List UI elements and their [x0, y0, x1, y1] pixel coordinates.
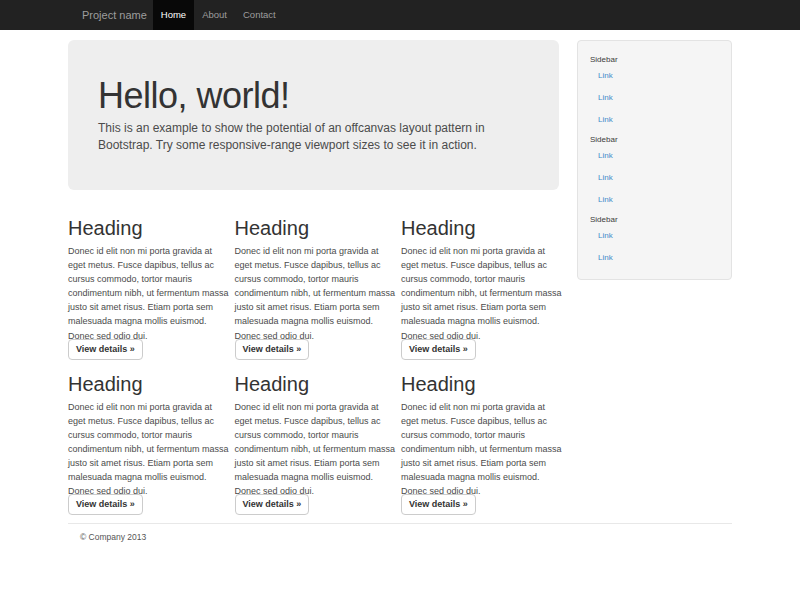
view-details-button[interactable]: View details » [401, 494, 476, 515]
sidebar-link[interactable]: Link [590, 65, 719, 87]
nav-link-about[interactable]: About [194, 0, 235, 30]
sidebar-group-title: Sidebar [590, 55, 719, 65]
jumbotron-description: This is an example to show the potential… [98, 120, 529, 154]
main-column: Hello, world! This is an example to show… [68, 40, 563, 515]
sidebar: Sidebar Link Link Link Sidebar Link Link… [577, 40, 732, 515]
feature-heading: Heading [235, 217, 310, 239]
sidebar-well: Sidebar Link Link Link Sidebar Link Link… [577, 40, 732, 280]
page-container: Hello, world! This is an example to show… [64, 40, 736, 542]
feature-body: Donec id elit non mi porta gravida at eg… [401, 400, 563, 499]
feature-row-2: Heading Donec id elit non mi porta gravi… [68, 360, 563, 516]
nav-item-about: About [194, 0, 235, 30]
feature-row-1: Heading Donec id elit non mi porta gravi… [68, 204, 563, 360]
sidebar-link[interactable]: Link [590, 87, 719, 109]
sidebar-group: Sidebar Link Link [590, 215, 719, 269]
sidebar-link[interactable]: Link [590, 109, 719, 131]
nav-item-home: Home [153, 0, 194, 30]
view-details-button[interactable]: View details » [68, 494, 143, 515]
nav-link-contact[interactable]: Contact [235, 0, 284, 30]
page-title: Hello, world! [98, 76, 529, 116]
feature-card: Heading Donec id elit non mi porta gravi… [401, 204, 563, 360]
jumbotron: Hello, world! This is an example to show… [68, 40, 559, 190]
navbar-container: Project name Home About Contact [64, 0, 736, 30]
footer-copyright: © Company 2013 [80, 532, 732, 542]
sidebar-link[interactable]: Link [590, 225, 719, 247]
navbar: Project name Home About Contact [0, 0, 800, 30]
footer: © Company 2013 [68, 532, 732, 542]
feature-heading: Heading [401, 373, 476, 395]
feature-body: Donec id elit non mi porta gravida at eg… [68, 400, 230, 499]
feature-body: Donec id elit non mi porta gravida at eg… [235, 400, 397, 499]
footer-divider [68, 523, 732, 524]
feature-heading: Heading [68, 217, 143, 239]
sidebar-link[interactable]: Link [590, 167, 719, 189]
feature-card: Heading Donec id elit non mi porta gravi… [235, 204, 397, 360]
sidebar-group: Sidebar Link Link Link [590, 55, 719, 131]
feature-body: Donec id elit non mi porta gravida at eg… [401, 244, 563, 343]
feature-heading: Heading [68, 373, 143, 395]
feature-card: Heading Donec id elit non mi porta gravi… [235, 360, 397, 516]
feature-heading: Heading [235, 373, 310, 395]
nav-item-contact: Contact [235, 0, 284, 30]
navbar-brand[interactable]: Project name [68, 0, 153, 30]
sidebar-group-title: Sidebar [590, 135, 719, 145]
view-details-button[interactable]: View details » [68, 339, 143, 360]
navbar-menu: Home About Contact [153, 0, 284, 30]
view-details-button[interactable]: View details » [401, 339, 476, 360]
feature-body: Donec id elit non mi porta gravida at eg… [235, 244, 397, 343]
view-details-button[interactable]: View details » [235, 339, 310, 360]
feature-body: Donec id elit non mi porta gravida at eg… [68, 244, 230, 343]
feature-card: Heading Donec id elit non mi porta gravi… [401, 360, 563, 516]
feature-card: Heading Donec id elit non mi porta gravi… [68, 360, 230, 516]
nav-link-home[interactable]: Home [153, 0, 194, 30]
sidebar-group: Sidebar Link Link Link [590, 135, 719, 211]
view-details-button[interactable]: View details » [235, 494, 310, 515]
sidebar-link[interactable]: Link [590, 247, 719, 269]
sidebar-group-title: Sidebar [590, 215, 719, 225]
sidebar-link[interactable]: Link [590, 189, 719, 211]
feature-heading: Heading [401, 217, 476, 239]
content-row: Hello, world! This is an example to show… [68, 40, 732, 515]
sidebar-link[interactable]: Link [590, 145, 719, 167]
feature-card: Heading Donec id elit non mi porta gravi… [68, 204, 230, 360]
